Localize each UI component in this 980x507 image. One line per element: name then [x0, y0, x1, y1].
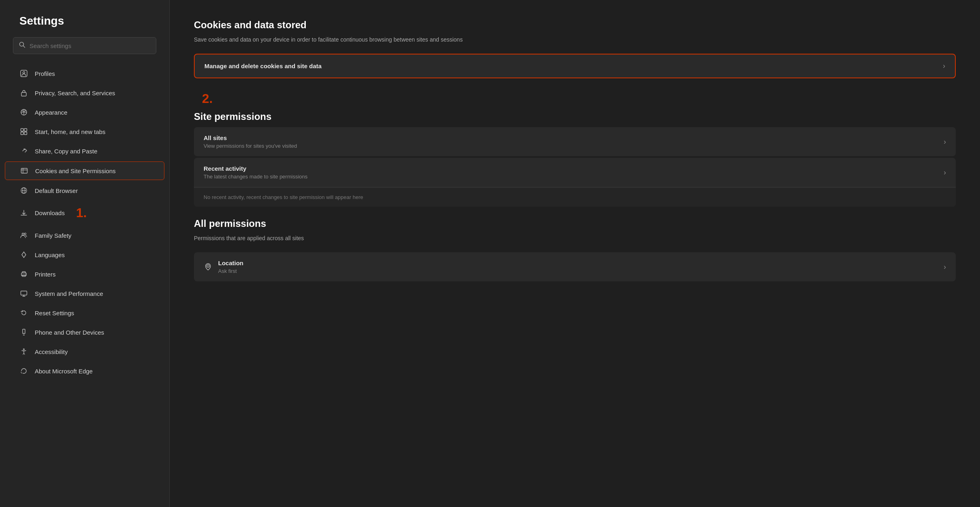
- svg-rect-21: [21, 291, 27, 295]
- accessibility-label: Accessibility: [35, 348, 68, 355]
- search-icon: [19, 42, 25, 50]
- languages-label: Languages: [35, 251, 65, 258]
- cookies-section: Cookies and data stored Save cookies and…: [194, 19, 956, 106]
- location-icon: [204, 262, 212, 271]
- family-safety-label: Family Safety: [35, 232, 72, 239]
- sidebar-item-profiles[interactable]: Profiles: [0, 64, 169, 83]
- recent-activity-desc: The latest changes made to site permissi…: [204, 174, 307, 180]
- appearance-label: Appearance: [35, 109, 67, 116]
- all-sites-item-left: All sites View permissions for sites you…: [204, 134, 297, 149]
- no-recent-activity-text: No recent activity, recent changes to si…: [194, 187, 956, 207]
- manage-cookies-chevron: ›: [943, 62, 945, 70]
- recent-activity-chevron: ›: [944, 168, 946, 177]
- svg-rect-9: [21, 168, 27, 173]
- profiles-icon: [19, 69, 28, 78]
- sidebar-item-privacy[interactable]: Privacy, Search, and Services: [0, 83, 169, 103]
- printers-icon: [19, 270, 28, 279]
- default-browser-label: Default Browser: [35, 187, 78, 194]
- annotation-2-container: 2.: [194, 91, 956, 106]
- downloads-icon: [19, 209, 28, 218]
- recent-activity-title: Recent activity: [204, 165, 307, 172]
- sidebar-item-reset[interactable]: Reset Settings: [0, 303, 169, 323]
- svg-rect-8: [24, 132, 27, 135]
- sidebar-item-accessibility[interactable]: Accessibility: [0, 342, 169, 361]
- all-sites-desc: View permissions for sites you've visite…: [204, 143, 297, 149]
- cookies-section-title: Cookies and data stored: [194, 19, 956, 31]
- phone-icon: [19, 328, 28, 337]
- svg-point-23: [23, 333, 24, 333]
- accessibility-icon: [19, 347, 28, 356]
- about-icon: [19, 367, 28, 375]
- svg-rect-6: [24, 129, 27, 132]
- about-label: About Microsoft Edge: [35, 368, 93, 375]
- location-title: Location: [218, 260, 244, 266]
- site-permissions-title: Site permissions: [194, 111, 956, 122]
- sidebar-item-family-safety[interactable]: Family Safety: [0, 226, 169, 245]
- search-input[interactable]: [29, 42, 150, 49]
- sidebar-item-phone[interactable]: Phone and Other Devices: [0, 323, 169, 342]
- privacy-icon: [19, 88, 28, 97]
- reset-icon: [19, 308, 28, 317]
- cookies-icon: [20, 166, 29, 175]
- main-content: Cookies and data stored Save cookies and…: [170, 0, 980, 507]
- system-icon: [19, 289, 28, 298]
- svg-point-16: [22, 233, 24, 235]
- reset-label: Reset Settings: [35, 310, 74, 316]
- profiles-label: Profiles: [35, 70, 55, 77]
- sidebar-item-about[interactable]: About Microsoft Edge: [0, 361, 169, 381]
- all-sites-title: All sites: [204, 134, 297, 141]
- all-permissions-card: Location Ask first ›: [194, 252, 956, 281]
- sidebar-title: Settings: [0, 15, 169, 37]
- site-permissions-section: Site permissions All sites View permissi…: [194, 111, 956, 207]
- sidebar-item-printers[interactable]: Printers: [0, 264, 169, 284]
- sidebar-nav: ProfilesPrivacy, Search, and ServicesApp…: [0, 64, 169, 381]
- sidebar-item-cookies[interactable]: Cookies and Site Permissions: [5, 161, 164, 180]
- default-browser-icon: [19, 186, 28, 195]
- search-box[interactable]: [13, 37, 156, 54]
- cookies-section-desc: Save cookies and data on your device in …: [194, 36, 956, 44]
- recent-activity-item-left: Recent activity The latest changes made …: [204, 165, 307, 180]
- svg-point-17: [25, 233, 26, 235]
- share-copy-icon: [19, 147, 28, 155]
- recent-activity-item[interactable]: Recent activity The latest changes made …: [194, 158, 956, 187]
- phone-label: Phone and Other Devices: [35, 329, 104, 336]
- sidebar-item-languages[interactable]: Languages: [0, 245, 169, 264]
- location-chevron: ›: [944, 263, 946, 271]
- location-desc: Ask first: [218, 268, 244, 274]
- svg-line-1: [23, 46, 25, 48]
- all-sites-chevron: ›: [944, 138, 946, 146]
- location-item[interactable]: Location Ask first ›: [194, 252, 956, 281]
- location-item-left: Location Ask first: [204, 260, 244, 274]
- cookies-label: Cookies and Site Permissions: [35, 168, 116, 174]
- svg-rect-7: [21, 132, 24, 135]
- svg-point-25: [23, 349, 25, 350]
- sidebar-item-system[interactable]: System and Performance: [0, 284, 169, 303]
- all-permissions-section: All permissions Permissions that are app…: [194, 218, 956, 281]
- sidebar-item-share-copy[interactable]: Share, Copy and Paste: [0, 141, 169, 161]
- all-sites-card: All sites View permissions for sites you…: [194, 127, 956, 156]
- svg-point-20: [25, 274, 26, 274]
- downloads-label: Downloads: [35, 210, 65, 216]
- all-permissions-title: All permissions: [194, 218, 956, 229]
- appearance-icon: [19, 108, 28, 117]
- languages-icon: [19, 250, 28, 259]
- all-permissions-desc: Permissions that are applied across all …: [194, 234, 956, 243]
- start-home-label: Start, home, and new tabs: [35, 128, 105, 135]
- svg-point-26: [207, 265, 209, 267]
- sidebar-item-appearance[interactable]: Appearance: [0, 103, 169, 122]
- location-text: Location Ask first: [218, 260, 244, 274]
- printers-label: Printers: [35, 271, 56, 278]
- manage-cookies-title: Manage and delete cookies and site data: [204, 63, 322, 69]
- sidebar-item-start-home[interactable]: Start, home, and new tabs: [0, 122, 169, 141]
- annotation-2-badge: 2.: [202, 91, 213, 106]
- svg-point-3: [23, 72, 25, 74]
- svg-rect-4: [21, 92, 26, 96]
- manage-cookies-item[interactable]: Manage and delete cookies and site data …: [194, 54, 956, 78]
- recent-activity-card: Recent activity The latest changes made …: [194, 158, 956, 207]
- sidebar-item-default-browser[interactable]: Default Browser: [0, 181, 169, 200]
- start-home-icon: [19, 127, 28, 136]
- all-sites-item[interactable]: All sites View permissions for sites you…: [194, 127, 956, 156]
- sidebar-item-downloads[interactable]: Downloads1.: [0, 200, 169, 226]
- svg-rect-5: [21, 129, 24, 132]
- share-copy-label: Share, Copy and Paste: [35, 148, 97, 155]
